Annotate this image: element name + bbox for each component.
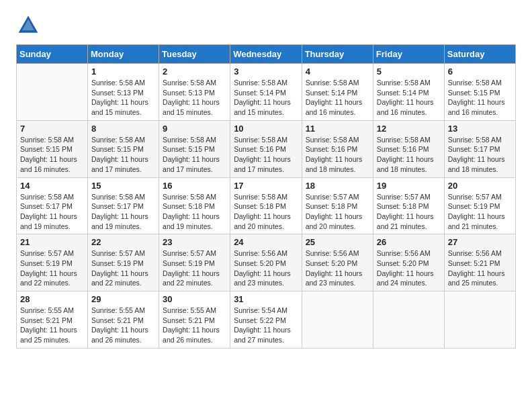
day-number: 16 xyxy=(163,181,226,191)
col-header-thursday: Thursday xyxy=(302,45,373,64)
calendar-cell: 29Sunrise: 5:55 AM Sunset: 5:21 PM Dayli… xyxy=(88,291,159,349)
day-number: 7 xyxy=(20,124,84,134)
day-info: Sunrise: 5:58 AM Sunset: 5:15 PM Dayligh… xyxy=(448,78,512,118)
logo xyxy=(16,13,43,38)
day-number: 1 xyxy=(91,66,155,77)
day-number: 29 xyxy=(91,294,155,304)
day-info: Sunrise: 5:58 AM Sunset: 5:13 PM Dayligh… xyxy=(91,78,155,118)
day-number: 8 xyxy=(91,124,155,134)
day-number: 12 xyxy=(377,124,441,134)
day-info: Sunrise: 5:55 AM Sunset: 5:21 PM Dayligh… xyxy=(91,306,155,345)
calendar-week-row: 1Sunrise: 5:58 AM Sunset: 5:13 PM Daylig… xyxy=(17,64,516,121)
calendar-cell: 26Sunrise: 5:56 AM Sunset: 5:20 PM Dayli… xyxy=(373,234,444,291)
calendar-week-row: 28Sunrise: 5:55 AM Sunset: 5:21 PM Dayli… xyxy=(17,291,516,349)
day-number: 26 xyxy=(377,237,441,247)
day-info: Sunrise: 5:58 AM Sunset: 5:14 PM Dayligh… xyxy=(306,78,369,118)
day-info: Sunrise: 5:58 AM Sunset: 5:16 PM Dayligh… xyxy=(306,135,369,175)
day-info: Sunrise: 5:58 AM Sunset: 5:15 PM Dayligh… xyxy=(163,135,226,175)
calendar-cell xyxy=(17,64,88,121)
logo-icon xyxy=(16,13,40,38)
day-number: 6 xyxy=(448,66,512,77)
day-info: Sunrise: 5:58 AM Sunset: 5:17 PM Dayligh… xyxy=(91,192,155,232)
calendar-cell: 30Sunrise: 5:55 AM Sunset: 5:21 PM Dayli… xyxy=(159,291,230,349)
calendar-cell: 20Sunrise: 5:57 AM Sunset: 5:19 PM Dayli… xyxy=(444,177,515,234)
calendar-cell: 17Sunrise: 5:58 AM Sunset: 5:18 PM Dayli… xyxy=(230,177,302,234)
calendar-cell: 1Sunrise: 5:58 AM Sunset: 5:13 PM Daylig… xyxy=(88,64,159,121)
day-info: Sunrise: 5:57 AM Sunset: 5:19 PM Dayligh… xyxy=(163,248,226,288)
calendar-cell: 16Sunrise: 5:58 AM Sunset: 5:18 PM Dayli… xyxy=(159,177,230,234)
calendar-cell: 25Sunrise: 5:56 AM Sunset: 5:20 PM Dayli… xyxy=(302,234,373,291)
day-number: 27 xyxy=(448,237,512,247)
calendar-cell: 18Sunrise: 5:57 AM Sunset: 5:18 PM Dayli… xyxy=(302,177,373,234)
col-header-monday: Monday xyxy=(88,45,159,64)
col-header-friday: Friday xyxy=(373,45,444,64)
calendar-cell: 11Sunrise: 5:58 AM Sunset: 5:16 PM Dayli… xyxy=(302,120,373,177)
day-info: Sunrise: 5:57 AM Sunset: 5:18 PM Dayligh… xyxy=(306,192,369,232)
calendar-cell: 2Sunrise: 5:58 AM Sunset: 5:13 PM Daylig… xyxy=(159,64,230,121)
day-info: Sunrise: 5:58 AM Sunset: 5:18 PM Dayligh… xyxy=(163,192,226,232)
calendar-week-row: 7Sunrise: 5:58 AM Sunset: 5:15 PM Daylig… xyxy=(17,120,516,177)
calendar-cell: 22Sunrise: 5:57 AM Sunset: 5:19 PM Dayli… xyxy=(88,234,159,291)
day-info: Sunrise: 5:58 AM Sunset: 5:16 PM Dayligh… xyxy=(234,135,298,175)
calendar-cell: 21Sunrise: 5:57 AM Sunset: 5:19 PM Dayli… xyxy=(17,234,88,291)
day-info: Sunrise: 5:56 AM Sunset: 5:20 PM Dayligh… xyxy=(306,248,369,288)
day-info: Sunrise: 5:58 AM Sunset: 5:15 PM Dayligh… xyxy=(20,135,84,175)
calendar-cell: 6Sunrise: 5:58 AM Sunset: 5:15 PM Daylig… xyxy=(444,64,515,121)
day-number: 17 xyxy=(234,181,298,191)
day-number: 3 xyxy=(234,66,298,77)
day-info: Sunrise: 5:56 AM Sunset: 5:20 PM Dayligh… xyxy=(234,248,298,288)
calendar-cell: 19Sunrise: 5:57 AM Sunset: 5:18 PM Dayli… xyxy=(373,177,444,234)
calendar-cell: 28Sunrise: 5:55 AM Sunset: 5:21 PM Dayli… xyxy=(17,291,88,349)
col-header-saturday: Saturday xyxy=(444,45,515,64)
calendar-cell: 4Sunrise: 5:58 AM Sunset: 5:14 PM Daylig… xyxy=(302,64,373,121)
calendar-cell: 9Sunrise: 5:58 AM Sunset: 5:15 PM Daylig… xyxy=(159,120,230,177)
calendar-header-row: SundayMondayTuesdayWednesdayThursdayFrid… xyxy=(17,45,516,64)
calendar-cell: 23Sunrise: 5:57 AM Sunset: 5:19 PM Dayli… xyxy=(159,234,230,291)
day-number: 11 xyxy=(306,124,369,134)
day-number: 15 xyxy=(91,181,155,191)
day-info: Sunrise: 5:54 AM Sunset: 5:22 PM Dayligh… xyxy=(234,306,298,345)
day-number: 4 xyxy=(306,66,369,77)
calendar-cell xyxy=(373,291,444,349)
day-info: Sunrise: 5:55 AM Sunset: 5:21 PM Dayligh… xyxy=(20,306,84,345)
day-info: Sunrise: 5:57 AM Sunset: 5:19 PM Dayligh… xyxy=(20,248,84,288)
calendar-cell: 10Sunrise: 5:58 AM Sunset: 5:16 PM Dayli… xyxy=(230,120,302,177)
day-info: Sunrise: 5:58 AM Sunset: 5:15 PM Dayligh… xyxy=(91,135,155,175)
day-info: Sunrise: 5:56 AM Sunset: 5:21 PM Dayligh… xyxy=(448,248,512,288)
day-number: 22 xyxy=(91,237,155,247)
col-header-sunday: Sunday xyxy=(17,45,88,64)
day-info: Sunrise: 5:57 AM Sunset: 5:18 PM Dayligh… xyxy=(377,192,441,232)
day-number: 28 xyxy=(20,294,84,304)
calendar-cell: 14Sunrise: 5:58 AM Sunset: 5:17 PM Dayli… xyxy=(17,177,88,234)
day-number: 24 xyxy=(234,237,298,247)
calendar-cell: 12Sunrise: 5:58 AM Sunset: 5:16 PM Dayli… xyxy=(373,120,444,177)
calendar-cell: 31Sunrise: 5:54 AM Sunset: 5:22 PM Dayli… xyxy=(230,291,302,349)
day-number: 23 xyxy=(163,237,226,247)
calendar-cell: 5Sunrise: 5:58 AM Sunset: 5:14 PM Daylig… xyxy=(373,64,444,121)
day-number: 30 xyxy=(163,294,226,304)
day-info: Sunrise: 5:58 AM Sunset: 5:17 PM Dayligh… xyxy=(20,192,84,232)
calendar-cell: 15Sunrise: 5:58 AM Sunset: 5:17 PM Dayli… xyxy=(88,177,159,234)
day-info: Sunrise: 5:58 AM Sunset: 5:16 PM Dayligh… xyxy=(377,135,441,175)
day-info: Sunrise: 5:58 AM Sunset: 5:13 PM Dayligh… xyxy=(163,78,226,118)
calendar-cell xyxy=(302,291,373,349)
calendar-table: SundayMondayTuesdayWednesdayThursdayFrid… xyxy=(16,44,516,349)
calendar-cell: 27Sunrise: 5:56 AM Sunset: 5:21 PM Dayli… xyxy=(444,234,515,291)
calendar-cell: 24Sunrise: 5:56 AM Sunset: 5:20 PM Dayli… xyxy=(230,234,302,291)
day-info: Sunrise: 5:58 AM Sunset: 5:18 PM Dayligh… xyxy=(234,192,298,232)
page-header xyxy=(16,13,516,38)
col-header-wednesday: Wednesday xyxy=(230,45,302,64)
day-number: 20 xyxy=(448,181,512,191)
day-number: 25 xyxy=(306,237,369,247)
day-number: 10 xyxy=(234,124,298,134)
day-number: 18 xyxy=(306,181,369,191)
day-number: 5 xyxy=(377,66,441,77)
day-number: 9 xyxy=(163,124,226,134)
calendar-week-row: 21Sunrise: 5:57 AM Sunset: 5:19 PM Dayli… xyxy=(17,234,516,291)
day-info: Sunrise: 5:58 AM Sunset: 5:17 PM Dayligh… xyxy=(448,135,512,175)
calendar-week-row: 14Sunrise: 5:58 AM Sunset: 5:17 PM Dayli… xyxy=(17,177,516,234)
day-info: Sunrise: 5:57 AM Sunset: 5:19 PM Dayligh… xyxy=(448,192,512,232)
day-number: 21 xyxy=(20,237,84,247)
day-number: 13 xyxy=(448,124,512,134)
day-number: 31 xyxy=(234,294,298,304)
